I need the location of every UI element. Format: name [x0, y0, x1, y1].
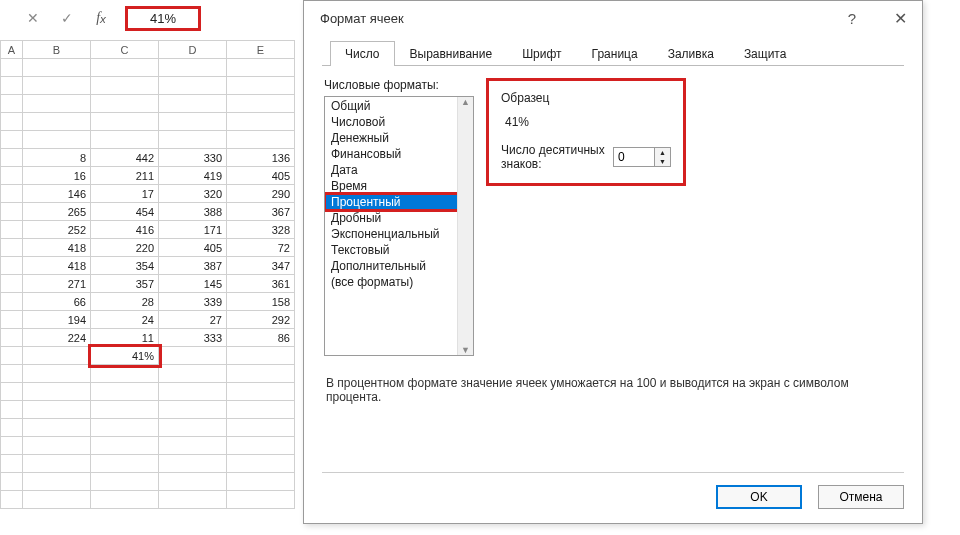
cell[interactable] [1, 185, 23, 203]
cell[interactable]: 8 [23, 149, 91, 167]
format-option[interactable]: Общий [325, 98, 473, 114]
cell[interactable]: 145 [159, 275, 227, 293]
tab-число[interactable]: Число [330, 41, 395, 66]
format-option[interactable]: Время [325, 178, 473, 194]
cell[interactable]: 354 [91, 257, 159, 275]
formula-bar-value[interactable]: 41% [128, 9, 198, 28]
cell[interactable] [227, 401, 295, 419]
cell[interactable] [23, 401, 91, 419]
cell[interactable]: 220 [91, 239, 159, 257]
cell[interactable] [23, 365, 91, 383]
format-option[interactable]: Дополнительный [325, 258, 473, 274]
help-icon[interactable]: ? [842, 10, 862, 27]
cancel-entry-icon[interactable]: ✕ [22, 7, 44, 29]
cell[interactable] [227, 437, 295, 455]
cell[interactable] [1, 77, 23, 95]
cell[interactable] [227, 59, 295, 77]
cell[interactable] [23, 113, 91, 131]
cell[interactable]: 361 [227, 275, 295, 293]
cell[interactable] [1, 221, 23, 239]
listbox-scrollbar[interactable]: ▲ ▼ [457, 97, 473, 355]
cell[interactable] [91, 95, 159, 113]
scroll-down-icon[interactable]: ▼ [461, 345, 470, 355]
cell[interactable]: 24 [91, 311, 159, 329]
cell[interactable]: 66 [23, 293, 91, 311]
cell[interactable] [227, 383, 295, 401]
cell[interactable] [1, 113, 23, 131]
cell[interactable]: 416 [91, 221, 159, 239]
cell[interactable] [1, 365, 23, 383]
cell[interactable]: 11 [91, 329, 159, 347]
cell[interactable]: 146 [23, 185, 91, 203]
cell[interactable] [1, 167, 23, 185]
cell[interactable]: 41% [91, 347, 159, 365]
cell[interactable] [227, 95, 295, 113]
cell[interactable] [1, 311, 23, 329]
cell[interactable] [159, 455, 227, 473]
cell[interactable] [159, 131, 227, 149]
cell[interactable]: 292 [227, 311, 295, 329]
cell[interactable]: 28 [91, 293, 159, 311]
cell[interactable] [91, 131, 159, 149]
cell[interactable] [159, 365, 227, 383]
cell[interactable] [159, 77, 227, 95]
format-option[interactable]: Финансовый [325, 146, 473, 162]
cell[interactable] [23, 347, 91, 365]
cell[interactable] [1, 473, 23, 491]
decimals-spinner[interactable]: ▲ ▼ [613, 147, 671, 167]
cell[interactable] [1, 383, 23, 401]
format-option[interactable]: Текстовый [325, 242, 473, 258]
cell[interactable] [1, 329, 23, 347]
cell[interactable] [159, 473, 227, 491]
cell[interactable] [159, 419, 227, 437]
format-option[interactable]: Процентный [325, 194, 473, 210]
cell[interactable]: 418 [23, 239, 91, 257]
cell[interactable]: 17 [91, 185, 159, 203]
cancel-button[interactable]: Отмена [818, 485, 904, 509]
format-option[interactable]: Экспоненциальный [325, 226, 473, 242]
cell[interactable] [23, 473, 91, 491]
cell[interactable] [1, 491, 23, 509]
cell[interactable] [1, 455, 23, 473]
cell[interactable]: 418 [23, 257, 91, 275]
spinner-down-icon[interactable]: ▼ [655, 157, 670, 166]
cell[interactable]: 271 [23, 275, 91, 293]
cell[interactable] [23, 437, 91, 455]
cell[interactable] [227, 365, 295, 383]
cell[interactable] [1, 293, 23, 311]
spinner-up-icon[interactable]: ▲ [655, 148, 670, 157]
cell[interactable]: 252 [23, 221, 91, 239]
tab-заливка[interactable]: Заливка [653, 41, 729, 66]
close-icon[interactable]: ✕ [890, 9, 910, 28]
tab-выравнивание[interactable]: Выравнивание [395, 41, 508, 66]
cell[interactable] [227, 491, 295, 509]
cell[interactable] [1, 95, 23, 113]
cell[interactable] [159, 383, 227, 401]
format-option[interactable]: (все форматы) [325, 274, 473, 290]
cell[interactable]: 328 [227, 221, 295, 239]
cell[interactable]: 265 [23, 203, 91, 221]
tab-шрифт[interactable]: Шрифт [507, 41, 576, 66]
cell[interactable]: 442 [91, 149, 159, 167]
format-option[interactable]: Числовой [325, 114, 473, 130]
cell[interactable] [1, 347, 23, 365]
cell[interactable] [227, 473, 295, 491]
column-header[interactable]: C [91, 41, 159, 59]
cell[interactable] [1, 401, 23, 419]
cell[interactable] [91, 401, 159, 419]
format-option[interactable]: Дата [325, 162, 473, 178]
cell[interactable]: 27 [159, 311, 227, 329]
cell[interactable] [91, 491, 159, 509]
cell[interactable] [91, 437, 159, 455]
cell[interactable]: 388 [159, 203, 227, 221]
cell[interactable] [23, 383, 91, 401]
cell[interactable] [1, 437, 23, 455]
column-header[interactable]: A [1, 41, 23, 59]
cell[interactable] [91, 473, 159, 491]
cell[interactable]: 367 [227, 203, 295, 221]
format-option[interactable]: Дробный [325, 210, 473, 226]
column-header[interactable]: D [159, 41, 227, 59]
cell[interactable] [227, 113, 295, 131]
cell[interactable] [159, 437, 227, 455]
cell[interactable] [227, 419, 295, 437]
